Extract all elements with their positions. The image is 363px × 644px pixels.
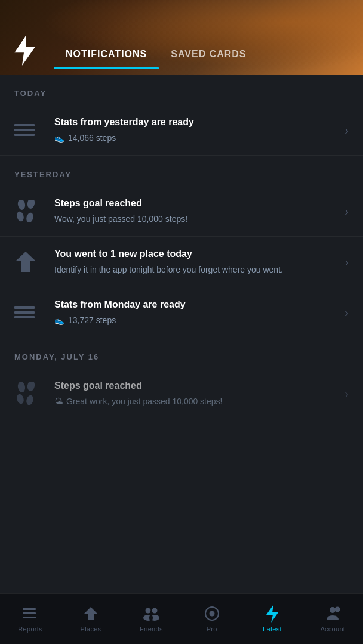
svg-point-4 (27, 200, 36, 209)
svg-rect-2 (14, 134, 35, 136)
nav-friends[interactable]: Friends (121, 600, 182, 637)
reports-icon (22, 605, 39, 622)
svg-rect-1 (14, 129, 35, 131)
list-item[interactable]: Steps goal reached Wow, you just passed … (0, 186, 363, 237)
notification-subtitle: Identify it in the app tonight before yo… (54, 264, 337, 276)
header-tabs: NOTIFICATIONS SAVED CARDS (54, 42, 351, 69)
latest-icon (264, 605, 281, 622)
notifications-list: TODAY Stats from yesterday are ready 👟 1… (0, 75, 363, 467)
svg-point-12 (16, 393, 24, 404)
notification-subtitle: 👟 14,066 steps (54, 132, 337, 144)
nav-pro-label: Pro (207, 626, 217, 633)
friends-icon (143, 605, 159, 622)
nav-latest-label: Latest (263, 626, 282, 633)
nav-account[interactable]: Account (303, 600, 363, 637)
nav-pro[interactable]: Pro (182, 600, 242, 637)
notification-body: Stats from yesterday are ready 👟 14,066 … (47, 116, 344, 144)
stats-icon (14, 303, 47, 322)
notification-subtitle: 🌤 Great work, you just passed 10,000 ste… (54, 396, 337, 408)
nav-places-label: Places (81, 626, 101, 633)
svg-rect-16 (23, 617, 36, 618)
chevron-right-icon: › (344, 306, 349, 320)
pro-icon (204, 605, 220, 622)
chevron-right-icon: › (344, 255, 349, 269)
notification-body: Steps goal reached 🌤 Great work, you jus… (47, 380, 344, 407)
svg-point-13 (25, 394, 34, 405)
bottom-navigation: Reports Places Friends (0, 593, 363, 644)
list-item[interactable]: Stats from Monday are ready 👟 13,727 ste… (0, 287, 363, 338)
svg-rect-14 (23, 608, 36, 610)
svg-point-25 (330, 607, 336, 613)
notification-title: Stats from yesterday are ready (54, 116, 337, 129)
section-monday: MONDAY, JULY 16 (0, 338, 363, 369)
chevron-right-icon: › (344, 205, 349, 218)
nav-friends-label: Friends (140, 626, 163, 633)
header: NOTIFICATIONS SAVED CARDS (0, 0, 363, 75)
notification-subtitle: Wow, you just passed 10,000 steps! (54, 213, 337, 225)
svg-rect-15 (23, 612, 36, 614)
location-icon (14, 250, 47, 273)
shoe-icon: 👟 (54, 315, 64, 327)
notification-title: Steps goal reached (54, 197, 337, 210)
nav-reports[interactable]: Reports (0, 600, 60, 637)
svg-point-17 (146, 608, 151, 614)
svg-point-3 (17, 200, 26, 210)
chevron-right-icon: › (344, 123, 349, 137)
account-icon (324, 605, 341, 622)
notification-body: Stats from Monday are ready 👟 13,727 ste… (47, 299, 344, 326)
places-icon (82, 605, 99, 622)
notification-subtitle: 👟 13,727 steps (54, 315, 337, 327)
svg-rect-8 (14, 311, 35, 314)
notification-body: Steps goal reached Wow, you just passed … (47, 197, 344, 225)
nav-places[interactable]: Places (60, 600, 121, 637)
list-item[interactable]: Stats from yesterday are ready 👟 14,066 … (0, 105, 363, 156)
notification-title: Stats from Monday are ready (54, 299, 337, 311)
svg-point-11 (27, 382, 36, 392)
svg-point-5 (16, 210, 24, 222)
footprints-icon (14, 382, 47, 405)
sun-icon: 🌤 (54, 396, 63, 408)
svg-rect-9 (14, 316, 35, 318)
svg-point-6 (25, 212, 34, 222)
notification-body: You went to 1 new place today Identify i… (47, 248, 344, 275)
svg-point-22 (149, 615, 153, 621)
nav-account-label: Account (320, 626, 345, 633)
nav-reports-label: Reports (18, 626, 42, 633)
svg-point-19 (150, 611, 152, 612)
svg-point-10 (17, 382, 26, 393)
svg-rect-7 (14, 306, 35, 309)
svg-rect-0 (14, 124, 35, 126)
tab-notifications[interactable]: NOTIFICATIONS (54, 42, 159, 69)
tab-saved-cards[interactable]: SAVED CARDS (159, 42, 258, 69)
svg-point-24 (209, 611, 214, 617)
app-logo-icon (12, 36, 42, 66)
section-yesterday: YESTERDAY (0, 156, 363, 186)
notification-title: You went to 1 new place today (54, 248, 337, 261)
svg-point-18 (152, 608, 158, 614)
list-item[interactable]: You went to 1 new place today Identify i… (0, 237, 363, 287)
stats-icon (14, 120, 47, 140)
nav-latest[interactable]: Latest (242, 600, 302, 637)
list-item[interactable]: Steps goal reached 🌤 Great work, you jus… (0, 369, 363, 419)
shoe-icon: 👟 (54, 132, 64, 144)
chevron-right-icon: › (344, 387, 349, 401)
footprints-icon (14, 200, 47, 222)
notification-title: Steps goal reached (54, 380, 337, 392)
section-today: TODAY (0, 75, 363, 105)
